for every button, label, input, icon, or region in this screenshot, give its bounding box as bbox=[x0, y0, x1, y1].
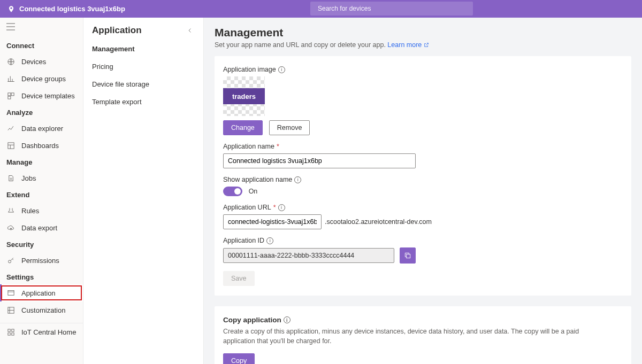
subpanel-item-management[interactable]: Management bbox=[83, 40, 203, 58]
copy-application-description: Create a copy of this application, minus… bbox=[223, 327, 608, 346]
nav-item-jobs[interactable]: Jobs bbox=[0, 169, 83, 187]
customization-icon bbox=[6, 306, 15, 314]
nav-item-label: Application bbox=[21, 289, 56, 297]
nav-item-devices[interactable]: Devices bbox=[0, 53, 83, 70]
nav-item-label: Data explorer bbox=[21, 125, 63, 133]
barchart-icon bbox=[6, 74, 15, 83]
application-url-input[interactable] bbox=[223, 214, 322, 229]
collapse-subpanel-button[interactable] bbox=[185, 26, 195, 35]
left-nav: Connect Devices Device groups Device tem… bbox=[0, 18, 83, 364]
save-button: Save bbox=[223, 271, 255, 286]
svg-rect-10 bbox=[7, 332, 10, 335]
svg-rect-2 bbox=[11, 92, 14, 95]
line-chart-icon bbox=[6, 124, 15, 133]
svg-rect-6 bbox=[7, 290, 13, 295]
application-image-label: Application image i bbox=[223, 66, 623, 73]
nav-category-extend: Extend bbox=[0, 187, 83, 202]
hamburger-icon bbox=[6, 23, 15, 30]
svg-point-5 bbox=[8, 260, 11, 262]
nav-item-device-templates[interactable]: Device templates bbox=[0, 87, 83, 104]
subpanel-item-pricing[interactable]: Pricing bbox=[83, 58, 203, 75]
nav-item-rules[interactable]: Rules bbox=[0, 202, 83, 219]
chevron-left-icon bbox=[187, 27, 193, 34]
nav-item-customization[interactable]: Customization bbox=[0, 301, 83, 319]
show-application-name-label: Show application name i bbox=[223, 176, 623, 183]
nav-item-label: Device templates bbox=[21, 92, 75, 100]
external-link-icon bbox=[424, 42, 429, 48]
application-icon bbox=[6, 289, 15, 297]
app-brand: Connected logistics 3vuaj1x6bp bbox=[0, 5, 125, 13]
info-icon[interactable]: i bbox=[294, 176, 301, 183]
show-name-toggle[interactable] bbox=[223, 187, 242, 196]
key-icon bbox=[6, 256, 15, 265]
rules-icon bbox=[6, 206, 15, 215]
subpanel: Application Management Pricing Device fi… bbox=[83, 18, 204, 364]
nav-item-label: Data export bbox=[21, 224, 57, 232]
hamburger-button[interactable] bbox=[0, 18, 83, 37]
nav-category-settings: Settings bbox=[0, 269, 83, 284]
globe-icon bbox=[6, 57, 15, 66]
nav-category-manage: Manage bbox=[0, 154, 83, 169]
copy-application-title: Copy application i bbox=[223, 316, 623, 324]
learn-more-link[interactable]: Learn more bbox=[387, 41, 429, 49]
svg-rect-9 bbox=[11, 329, 13, 331]
nav-item-data-export[interactable]: Data export bbox=[0, 219, 83, 236]
nav-item-label: Jobs bbox=[21, 174, 36, 182]
app-image-brand: traders bbox=[223, 88, 265, 104]
search-container[interactable] bbox=[310, 2, 473, 16]
nav-item-device-groups[interactable]: Device groups bbox=[0, 70, 83, 87]
page-title: Management bbox=[215, 26, 631, 39]
page-subtitle: Set your app name and URL and copy or de… bbox=[215, 41, 631, 49]
svg-rect-12 bbox=[407, 254, 410, 258]
nav-item-application[interactable]: Application bbox=[0, 284, 83, 301]
application-id-label: Application ID i bbox=[223, 237, 623, 244]
nav-category-analyze: Analyze bbox=[0, 104, 83, 120]
grid-icon bbox=[6, 328, 15, 336]
application-url-label: Application URL* i bbox=[223, 204, 623, 211]
location-icon bbox=[7, 5, 15, 13]
application-name-label: Application name* bbox=[223, 143, 623, 150]
template-icon bbox=[6, 91, 15, 100]
management-card: Application image i traders Change Remov… bbox=[215, 56, 631, 296]
nav-item-label: Dashboards bbox=[21, 142, 59, 150]
topbar: Connected logistics 3vuaj1x6bp bbox=[0, 0, 642, 18]
jobs-icon bbox=[6, 174, 15, 182]
nav-item-label: IoT Central Home bbox=[21, 328, 76, 336]
main-area: Management Set your app name and URL and… bbox=[204, 18, 642, 364]
application-url-suffix: .scootaloo2.azureiotcentral-dev.com bbox=[325, 218, 432, 226]
nav-item-permissions[interactable]: Permissions bbox=[0, 252, 83, 269]
application-image-preview: traders bbox=[223, 76, 265, 116]
nav-item-iot-central-home[interactable]: IoT Central Home bbox=[0, 323, 83, 340]
topbar-title: Connected logistics 3vuaj1x6bp bbox=[19, 5, 125, 13]
subpanel-item-device-file-storage[interactable]: Device file storage bbox=[83, 75, 203, 93]
nav-item-label: Device groups bbox=[21, 75, 66, 83]
change-image-button[interactable]: Change bbox=[223, 120, 263, 135]
nav-item-dashboards[interactable]: Dashboards bbox=[0, 137, 83, 154]
nav-item-label: Rules bbox=[21, 207, 39, 215]
copy-application-card: Copy application i Create a copy of this… bbox=[215, 306, 631, 364]
nav-category-connect: Connect bbox=[0, 37, 83, 53]
info-icon[interactable]: i bbox=[284, 316, 291, 323]
info-icon[interactable]: i bbox=[266, 237, 273, 244]
svg-rect-4 bbox=[7, 142, 13, 148]
search-input[interactable] bbox=[318, 5, 465, 12]
copy-application-button[interactable]: Copy bbox=[223, 353, 255, 364]
nav-item-label: Customization bbox=[21, 306, 65, 314]
cloud-export-icon bbox=[6, 223, 15, 232]
dashboard-icon bbox=[6, 141, 15, 150]
copy-id-button[interactable] bbox=[400, 247, 416, 264]
svg-rect-1 bbox=[7, 92, 10, 95]
svg-rect-3 bbox=[7, 96, 10, 99]
svg-rect-8 bbox=[7, 329, 10, 331]
copy-icon bbox=[404, 252, 411, 259]
subpanel-item-template-export[interactable]: Template export bbox=[83, 93, 203, 111]
info-icon[interactable]: i bbox=[278, 66, 285, 73]
toggle-state-text: On bbox=[249, 188, 258, 195]
application-name-input[interactable] bbox=[223, 153, 416, 168]
remove-image-button[interactable]: Remove bbox=[269, 120, 310, 135]
nav-item-data-explorer[interactable]: Data explorer bbox=[0, 120, 83, 137]
nav-item-label: Permissions bbox=[21, 257, 59, 265]
application-id-field bbox=[223, 248, 394, 263]
info-icon[interactable]: i bbox=[278, 204, 285, 211]
nav-item-label: Devices bbox=[21, 58, 46, 66]
